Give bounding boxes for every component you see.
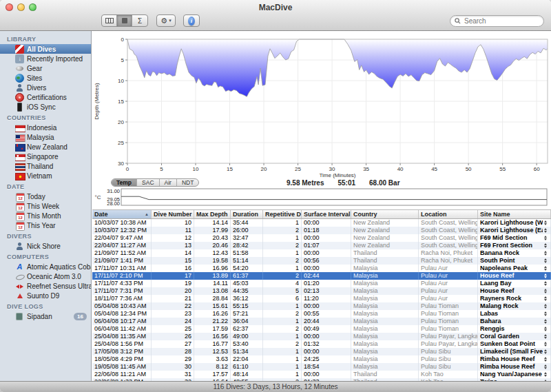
cell-repetitive-dive: 6 xyxy=(263,295,302,302)
table-row[interactable]: 17/11/07 10:31 AM1616.9654:20100:00Malay… xyxy=(92,265,551,272)
table-row[interactable]: 22/04/07 9:47 AM1220.4332:47100:00New Ze… xyxy=(92,234,551,242)
row-stepper[interactable] xyxy=(543,251,548,256)
row-stepper[interactable] xyxy=(543,281,548,286)
cell-dive-number: 16 xyxy=(152,265,194,272)
sidebar-item-singapore[interactable]: Singapore xyxy=(0,152,91,161)
table-row[interactable]: 05/04/08 10:43 AM2215.6155:15100:00Malay… xyxy=(92,302,551,310)
row-stepper[interactable] xyxy=(543,220,548,225)
action-menu-button[interactable]: ⚙▾ xyxy=(156,14,176,27)
sidebar-item-malaysia[interactable]: Malaysia xyxy=(0,132,91,142)
table-row[interactable]: 17/11/07 4:33 PM1914.1145:03401:20Malays… xyxy=(92,280,551,287)
cell-site-name: Karori Lighthouse (East) xyxy=(478,227,551,234)
row-stepper[interactable] xyxy=(543,372,548,377)
sidebar-item-this-year[interactable]: This Year xyxy=(0,220,91,230)
sidebar-item-atomic-aquatics-cobalt[interactable]: Atomic Aquatics Cobalt xyxy=(0,262,91,271)
sidebar-item-thailand[interactable]: Thailand xyxy=(0,161,91,171)
sidebar-item-new-zealand[interactable]: New Zealand xyxy=(0,142,91,152)
table-row[interactable]: 06/04/08 10:17 AM2421.2236:04120:44Malay… xyxy=(92,318,551,325)
table-row[interactable]: 17/11/07 2:10 PM1713.8961:37202:44Malays… xyxy=(92,272,551,280)
sidebar-item-label: Gear xyxy=(27,65,42,72)
sidebar-item-label: New Zealand xyxy=(27,143,67,151)
sidebar-item-sites[interactable]: Sites xyxy=(0,73,91,83)
sidebar-item-this-month[interactable]: This Month xyxy=(0,211,91,220)
table-row[interactable]: 22/06/08 11:21 AM3117.5748:14100:00Thail… xyxy=(92,371,551,378)
sidebar-item-nick-shore[interactable]: Nick Shore xyxy=(0,241,91,251)
sidebar-item-recently-imported[interactable]: Recently Imported xyxy=(0,54,91,63)
row-stepper[interactable] xyxy=(543,266,548,271)
avg-depth-value: 9.58 Metres xyxy=(287,179,324,187)
sidebar-item-sipadan[interactable]: Sipadan16 xyxy=(0,311,91,321)
sidebar-item-today[interactable]: Today xyxy=(0,192,91,201)
column-header-max-depth[interactable]: Max Depth xyxy=(194,210,231,218)
table-row[interactable]: 19/05/08 11:45 AM308.1261:10118:54Malays… xyxy=(92,363,551,371)
column-header-repetitive-dive[interactable]: Repetitive Dive xyxy=(263,210,302,218)
sidebar-item-indonesia[interactable]: Indonesia xyxy=(0,123,91,132)
cell-date: 17/11/07 2:10 PM xyxy=(92,272,152,280)
sidebar-item-this-week[interactable]: This Week xyxy=(0,201,91,211)
tab-ndt[interactable]: NDT xyxy=(177,179,198,186)
cell-country: Malaysia xyxy=(351,333,419,340)
row-stepper[interactable] xyxy=(543,258,548,263)
row-stepper[interactable] xyxy=(543,327,548,331)
sidebar-item-certifications[interactable]: Certifications xyxy=(0,92,91,102)
sidebar-item-label: Sipadan xyxy=(27,313,52,320)
row-stepper[interactable] xyxy=(543,334,548,339)
row-stepper[interactable] xyxy=(543,349,548,354)
sidebar-item-gear[interactable]: Gear xyxy=(0,63,91,73)
row-stepper[interactable] xyxy=(543,319,548,324)
column-header-country[interactable]: Country xyxy=(351,210,419,218)
row-stepper[interactable] xyxy=(543,304,548,309)
sidebar-item-ios-sync[interactable]: iOS Sync xyxy=(0,102,91,112)
sidebar-item-suunto-d9[interactable]: Suunto D9 xyxy=(0,291,91,300)
cell-dive-number: 15 xyxy=(152,257,194,265)
row-stepper[interactable] xyxy=(543,364,548,369)
table-row[interactable]: 21/09/07 11:52 AM1412.4351:58100:00Thail… xyxy=(92,249,551,257)
row-stepper[interactable] xyxy=(543,228,548,233)
cell-date: 22/06/08 11:21 AM xyxy=(92,371,152,378)
column-header-label: Surface Interval xyxy=(304,210,351,218)
column-header-location[interactable]: Location xyxy=(419,210,478,218)
info-button[interactable]: i xyxy=(183,14,200,27)
table-row[interactable]: 22/04/07 11:27 AM1320.4628:42201:07New Z… xyxy=(92,242,551,249)
row-stepper[interactable] xyxy=(543,289,548,293)
table-row[interactable]: 10/03/07 10:38 AM1014.1435:44100:00New Z… xyxy=(92,219,551,227)
column-header-dive-number[interactable]: Dive Number xyxy=(152,210,194,218)
table-row[interactable]: 25/04/08 1:56 PM2716.7753:40201:32Malays… xyxy=(92,340,551,348)
table-row[interactable]: 18/05/08 4:29 PM293.6322:04124:25Malaysi… xyxy=(92,355,551,363)
row-stepper[interactable] xyxy=(543,236,548,240)
view-stats-segment[interactable]: Σ xyxy=(132,15,147,26)
tab-temp[interactable]: Temp xyxy=(112,179,137,186)
view-thumbnails-segment[interactable] xyxy=(102,15,117,26)
row-stepper[interactable] xyxy=(543,342,548,347)
row-stepper[interactable] xyxy=(543,274,548,278)
table-row[interactable]: 25/04/08 11:35 AM2616.5649:00100:00Malay… xyxy=(92,333,551,340)
row-stepper[interactable] xyxy=(543,243,548,248)
table-row[interactable]: 18/11/07 7:36 AM2128.8436:12611:20Malays… xyxy=(92,295,551,302)
tab-air[interactable]: Air xyxy=(160,179,177,186)
sidebar-item-all-dives[interactable]: All Dives xyxy=(0,44,91,54)
row-stepper[interactable] xyxy=(543,311,548,316)
table-row[interactable]: 21/09/07 1:41 PM1519.5851:14200:56Thaila… xyxy=(92,257,551,265)
sidebar-item-oceanic-atom-3-0[interactable]: Oceanic Atom 3.0 xyxy=(0,271,91,281)
row-stepper[interactable] xyxy=(543,357,548,362)
column-header-site-name[interactable]: Site Name xyxy=(478,210,551,218)
column-header-date[interactable]: Date▲ xyxy=(92,210,152,218)
table-row[interactable]: 17/05/08 3:12 PM2812.5351:34100:00Malays… xyxy=(92,348,551,355)
row-stepper[interactable] xyxy=(543,296,548,301)
cell-duration: 26:00 xyxy=(231,227,263,234)
sidebar-item-reefnet-sensus-ultra[interactable]: Reefnet Sensus Ultra xyxy=(0,281,91,291)
table-row[interactable]: 17/11/07 7:31 PM2013.0844:35502:13Malays… xyxy=(92,287,551,295)
sidebar-item-vietnam[interactable]: Vietnam xyxy=(0,171,91,180)
search-field[interactable] xyxy=(450,15,544,27)
table-row[interactable]: 05/04/08 12:34 PM2316.2657:21200:55Malay… xyxy=(92,310,551,318)
cell-dive-number: 23 xyxy=(152,310,194,318)
table-row[interactable]: 06/04/08 11:42 AM2517.5962:37200:49Malay… xyxy=(92,325,551,333)
view-list-segment[interactable] xyxy=(117,15,132,26)
search-input[interactable] xyxy=(463,17,539,25)
column-header-surface-interval[interactable]: Surface Interval xyxy=(302,210,351,218)
table-row[interactable]: 10/03/07 12:32 PM1117.9926:00201:18New Z… xyxy=(92,227,551,234)
sidebar-item-divers[interactable]: Divers xyxy=(0,83,91,92)
suunto-icon xyxy=(15,291,24,300)
column-header-duration[interactable]: Duration xyxy=(231,210,263,218)
tab-sac[interactable]: SAC xyxy=(137,179,159,186)
